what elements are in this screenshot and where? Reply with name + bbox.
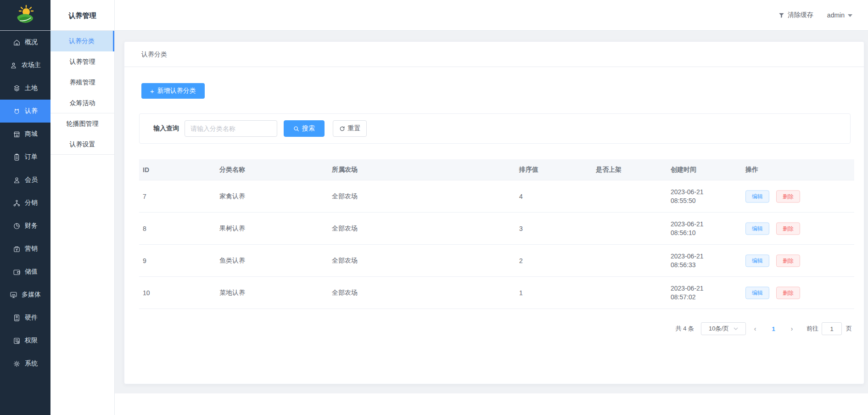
cell-farm: 全部农场 bbox=[332, 289, 358, 297]
edit-button[interactable]: 编辑 bbox=[745, 254, 769, 267]
search-icon bbox=[293, 126, 299, 132]
page-size-value: 10条/页 bbox=[709, 325, 729, 333]
sidebar-item-members[interactable]: 会员 bbox=[0, 168, 50, 191]
finance-icon bbox=[13, 222, 21, 230]
sidebar-item-system[interactable]: 系统 bbox=[0, 352, 50, 375]
media-icon bbox=[10, 291, 17, 299]
page-title: 认养分类 bbox=[124, 42, 864, 67]
cell-created: 2023-06-2108:55:50 bbox=[671, 188, 704, 205]
sidebar-item-label: 营销 bbox=[25, 245, 38, 253]
cell-id: 7 bbox=[143, 193, 146, 200]
toggle-knob bbox=[588, 294, 595, 301]
delete-button[interactable]: 删除 bbox=[776, 222, 800, 235]
farm-logo-icon bbox=[14, 4, 36, 26]
delete-button[interactable]: 删除 bbox=[776, 254, 800, 267]
sidebar-item-orders[interactable]: 订单 bbox=[0, 146, 50, 168]
goto-unit-label: 页 bbox=[846, 325, 852, 333]
reset-button[interactable]: 重置 bbox=[333, 120, 367, 137]
delete-button[interactable]: 删除 bbox=[776, 286, 800, 299]
chevron-down-icon bbox=[734, 327, 738, 330]
sidebar-item-media[interactable]: 多媒体 bbox=[0, 283, 50, 306]
order-icon bbox=[13, 153, 21, 161]
submenu-item-adoption-manage[interactable]: 认养管理 bbox=[50, 51, 114, 72]
sidebar-item-farmer[interactable]: 农场主 bbox=[0, 54, 50, 77]
cell-created: 2023-06-2108:56:33 bbox=[671, 252, 704, 269]
sidebar-item-stored-value[interactable]: 储值 bbox=[0, 260, 50, 283]
content-area: 认养分类 + 新增认养分类 输入查询 搜索 重置 ID bbox=[115, 31, 868, 393]
sidebar-item-label: 分销 bbox=[25, 199, 38, 207]
clear-cache-button[interactable]: 清除缓存 bbox=[778, 11, 813, 19]
goto-label: 前往 bbox=[806, 325, 818, 333]
cell-farm: 全部农场 bbox=[332, 224, 358, 233]
user-menu[interactable]: admin bbox=[827, 11, 852, 19]
stored-value-icon bbox=[13, 268, 21, 276]
table-header-row: ID 分类名称 所属农场 排序值 是否上架 创建时间 操作 bbox=[139, 159, 854, 180]
submenu-item-banner-manage[interactable]: 轮播图管理 bbox=[50, 113, 114, 134]
filter-label: 输入查询 bbox=[153, 124, 179, 133]
cell-sort: 1 bbox=[519, 289, 523, 297]
sidebar-item-finance[interactable]: 财务 bbox=[0, 214, 50, 237]
add-category-button[interactable]: + 新增认养分类 bbox=[141, 83, 205, 99]
toggle-knob bbox=[588, 230, 595, 237]
adoption-icon bbox=[13, 107, 21, 115]
page-size-select[interactable]: 10条/页 bbox=[701, 322, 746, 335]
member-icon bbox=[13, 176, 21, 184]
system-icon bbox=[13, 360, 21, 368]
refresh-icon bbox=[339, 126, 345, 132]
sidebar-item-distribution[interactable]: 分销 bbox=[0, 191, 50, 214]
sidebar-item-label: 农场主 bbox=[22, 61, 41, 69]
search-label: 搜索 bbox=[302, 124, 315, 133]
edit-button[interactable]: 编辑 bbox=[745, 222, 769, 235]
store-icon bbox=[13, 130, 21, 138]
sidebar-item-adoption[interactable]: 认养 bbox=[0, 100, 50, 123]
cell-name: 鱼类认养 bbox=[219, 257, 245, 265]
column-header-farm: 所属农场 bbox=[332, 166, 358, 174]
sidebar-item-land[interactable]: 土地 bbox=[0, 77, 50, 100]
username: admin bbox=[827, 11, 845, 19]
cell-name: 菜地认养 bbox=[219, 289, 245, 297]
cell-sort: 2 bbox=[519, 257, 523, 264]
sidebar-item-label: 认养 bbox=[25, 107, 38, 115]
submenu-item-crowdfunding[interactable]: 众筹活动 bbox=[50, 93, 114, 113]
sidebar-item-permission[interactable]: 权限 bbox=[0, 329, 50, 352]
delete-button[interactable]: 删除 bbox=[776, 190, 800, 202]
sidebar-item-mall[interactable]: 商城 bbox=[0, 123, 50, 146]
goto-page-input[interactable] bbox=[822, 322, 842, 335]
column-header-name: 分类名称 bbox=[219, 166, 245, 174]
cell-name: 果树认养 bbox=[219, 224, 245, 233]
category-name-input[interactable] bbox=[185, 120, 277, 137]
sidebar-item-marketing[interactable]: 营销 bbox=[0, 237, 50, 260]
chevron-down-icon bbox=[848, 14, 852, 17]
add-category-label: 新增认养分类 bbox=[157, 87, 196, 95]
table-row: 7 家禽认养 全部农场 4 2023-06-2108:55:50 编辑 删除 bbox=[139, 180, 854, 213]
table-row: 9 鱼类认养 全部农场 2 2023-06-2108:56:33 编辑 删除 bbox=[139, 245, 854, 277]
sidebar-item-label: 财务 bbox=[25, 222, 38, 230]
sidebar-item-overview[interactable]: 概况 bbox=[0, 31, 50, 54]
cell-created: 2023-06-2108:57:02 bbox=[671, 284, 704, 302]
sidebar-item-label: 商城 bbox=[25, 130, 38, 138]
submenu-item-adoption-settings[interactable]: 认养设置 bbox=[50, 134, 114, 155]
submenu-item-breeding-manage[interactable]: 养殖管理 bbox=[50, 72, 114, 93]
prev-page-button[interactable]: ‹ bbox=[746, 325, 764, 332]
submenu-item-adoption-category[interactable]: 认养分类 bbox=[50, 31, 114, 51]
cell-sort: 3 bbox=[519, 225, 523, 232]
sidebar-item-hardware[interactable]: 硬件 bbox=[0, 306, 50, 329]
toggle-knob bbox=[588, 262, 595, 269]
cell-id: 8 bbox=[143, 225, 146, 232]
edit-button[interactable]: 编辑 bbox=[745, 286, 769, 299]
next-page-button[interactable]: › bbox=[783, 325, 801, 332]
pagination: 共 4 条 10条/页 ‹ 1 › 前往 页 bbox=[676, 320, 852, 338]
marketing-icon bbox=[13, 245, 21, 253]
table-row: 10 菜地认养 全部农场 1 2023-06-2108:57:02 编辑 删除 bbox=[139, 277, 854, 309]
edit-button[interactable]: 编辑 bbox=[745, 190, 769, 202]
cell-created: 2023-06-2108:56:10 bbox=[671, 220, 704, 237]
cell-farm: 全部农场 bbox=[332, 192, 358, 201]
search-button[interactable]: 搜索 bbox=[284, 120, 325, 137]
table-row: 8 果树认养 全部农场 3 2023-06-2108:56:10 编辑 删除 bbox=[139, 213, 854, 245]
submenu-title: 认养管理 bbox=[50, 0, 114, 31]
cell-name: 家禽认养 bbox=[219, 192, 245, 201]
topbar: 清除缓存 admin bbox=[115, 0, 868, 31]
app-logo bbox=[0, 0, 50, 31]
hardware-icon bbox=[13, 314, 21, 322]
page-number-current[interactable]: 1 bbox=[764, 325, 783, 332]
